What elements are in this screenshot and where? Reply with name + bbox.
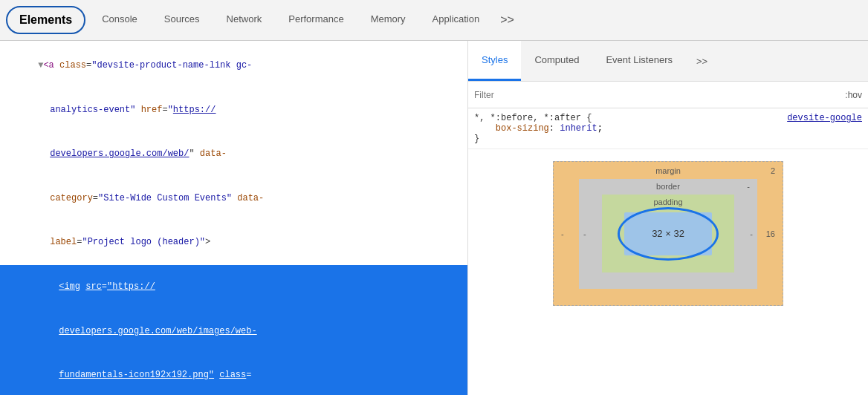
css-value: inherit (560, 123, 597, 134)
tab-elements-label: Elements (19, 13, 72, 27)
tab-styles-label: Styles (482, 54, 508, 65)
dom-line: ▼<a class="devsite-product-name-link gc- (0, 44, 467, 88)
tab-more-button[interactable]: >> (493, 0, 522, 40)
tab-console-label: Console (102, 13, 137, 25)
dom-line: label="Project logo (header)"> (0, 221, 467, 265)
css-close-brace: } (474, 134, 479, 144)
content-size: 32 × 32 (652, 228, 684, 239)
box-model-content: 32 × 32 (624, 212, 712, 255)
sub-tab-more-button[interactable]: >> (689, 41, 715, 81)
box-model-padding: padding 32 × 32 (602, 195, 734, 272)
tab-application[interactable]: Application (419, 0, 493, 40)
margin-label: margin (655, 166, 681, 175)
tab-network-label: Network (227, 13, 262, 25)
border-label: border (656, 182, 680, 191)
filter-bar: :hov (468, 82, 868, 108)
tab-sources-label: Sources (164, 13, 200, 25)
right-panel: Styles Computed Event Listeners >> :hov … (468, 41, 868, 395)
css-property: box-sizing (496, 123, 549, 134)
box-model-section: margin 2 - 16 border - - - padding (468, 155, 868, 312)
border-right-value: - (750, 229, 753, 238)
tab-computed-label: Computed (534, 54, 579, 65)
dom-line: category="Site-Wide Custom Events" data- (0, 177, 467, 221)
tab-sources[interactable]: Sources (151, 0, 213, 40)
tab-network[interactable]: Network (213, 0, 276, 40)
border-value: - (747, 182, 750, 191)
border-left-value: - (583, 229, 586, 238)
box-model-margin: margin 2 - 16 border - - - padding (553, 161, 783, 306)
dom-line-selected[interactable]: <img src="https:// (0, 265, 467, 310)
tab-event-listeners[interactable]: Event Listeners (592, 41, 686, 81)
tab-event-listeners-label: Event Listeners (606, 54, 673, 65)
filter-input[interactable] (474, 90, 839, 100)
filter-hov-label: :hov (845, 90, 862, 100)
margin-top-value: 2 (771, 166, 775, 175)
tab-bar: Elements Console Sources Network Perform… (0, 0, 868, 41)
main-content: ▼<a class="devsite-product-name-link gc-… (0, 41, 868, 395)
tab-console[interactable]: Console (88, 0, 151, 40)
tab-styles[interactable]: Styles (468, 41, 521, 81)
sub-tab-bar: Styles Computed Event Listeners >> (468, 41, 868, 82)
dom-line-selected[interactable]: developers.google.com/web/images/web- (0, 309, 467, 353)
tab-application-label: Application (433, 13, 480, 25)
dom-line: analytics-event" href="https:// (0, 88, 467, 133)
css-source-link[interactable]: devsite-google (787, 113, 862, 123)
css-rule-block: *, *:before, *:after { devsite-google bo… (468, 108, 868, 149)
margin-left-value: - (561, 229, 564, 238)
dom-panel[interactable]: ▼<a class="devsite-product-name-link gc-… (0, 41, 468, 395)
tab-elements[interactable]: Elements (6, 6, 85, 34)
tab-performance-label: Performance (288, 13, 343, 25)
tab-memory[interactable]: Memory (357, 0, 419, 40)
box-model-border: border - - - padding 32 × 32 (579, 179, 757, 289)
dom-line: developers.google.com/web/" data- (0, 132, 467, 177)
dom-line-selected[interactable]: fundamentals-icon192x192.png" class= (0, 353, 467, 395)
css-selector: *, *:before, *:after { (474, 113, 592, 123)
margin-right-value: 16 (766, 229, 775, 238)
tab-performance[interactable]: Performance (275, 0, 357, 40)
tab-memory-label: Memory (371, 13, 406, 25)
tab-computed[interactable]: Computed (521, 41, 592, 81)
padding-label: padding (653, 197, 682, 206)
